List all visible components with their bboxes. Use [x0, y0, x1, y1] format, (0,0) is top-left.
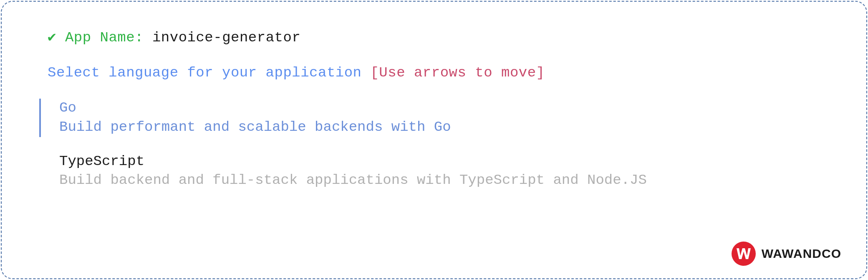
- app-name-line: ✔ App Name: invoice-generator: [48, 28, 825, 48]
- brand-name: WAWANDCO: [762, 247, 841, 261]
- app-name-label: App Name:: [65, 30, 144, 46]
- option-typescript[interactable]: TypeScript Build backend and full-stack …: [39, 152, 825, 191]
- option-description: Build performant and scalable backends w…: [59, 118, 825, 137]
- prompt-hint: [Use arrows to move]: [370, 65, 545, 81]
- option-go[interactable]: Go Build performant and scalable backend…: [39, 99, 825, 137]
- language-options: Go Build performant and scalable backend…: [39, 99, 825, 191]
- brand-logo-icon: [732, 242, 756, 266]
- svg-point-0: [732, 242, 756, 266]
- prompt-text: Select language for your application: [48, 65, 362, 81]
- option-name: TypeScript: [59, 152, 825, 171]
- option-name: Go: [59, 99, 825, 118]
- option-description: Build backend and full-stack application…: [59, 171, 825, 190]
- terminal-panel: ✔ App Name: invoice-generator Select lan…: [1, 1, 867, 279]
- prompt-line: Select language for your application [Us…: [48, 64, 825, 83]
- brand-badge: WAWANDCO: [732, 242, 841, 266]
- check-icon: ✔: [48, 30, 56, 46]
- app-name-value: invoice-generator: [152, 30, 300, 46]
